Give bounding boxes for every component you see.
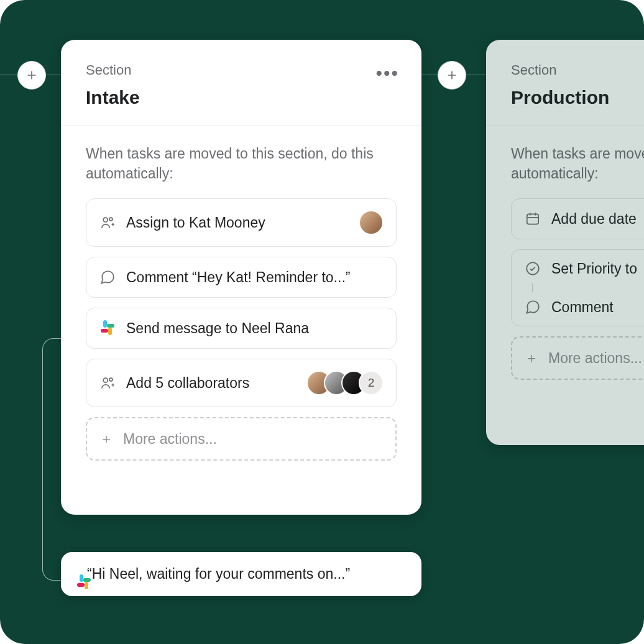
rule-label: Assign to Kat Mooney	[126, 214, 349, 231]
more-actions-button[interactable]: ＋ More actions...	[511, 336, 644, 380]
card-body: When tasks are moved to this section, do…	[486, 126, 644, 411]
more-actions-button[interactable]: ＋ More actions...	[86, 417, 397, 461]
section-title: Production	[511, 87, 644, 108]
people-add-icon	[99, 214, 116, 231]
message-text: “Hi Neel, waiting for your comments on..…	[87, 566, 350, 582]
card-overflow-menu[interactable]: •••	[375, 70, 399, 77]
svg-point-1	[109, 218, 113, 221]
rule-add-due-date[interactable]: Add due date	[511, 198, 644, 239]
people-add-icon	[99, 374, 116, 392]
add-section-button-left[interactable]	[17, 61, 46, 90]
add-section-button-right[interactable]	[438, 61, 466, 90]
rule-label: Add 5 collaborators	[126, 375, 297, 392]
section-label: Section	[86, 62, 397, 78]
more-actions-label: More actions...	[123, 431, 383, 448]
avatar-overflow-count: 2	[359, 370, 384, 395]
section-title: Intake	[86, 87, 397, 108]
card-header: Section Intake •••	[61, 40, 421, 126]
avatar	[359, 210, 384, 235]
rule-comment[interactable]: Comment “Hey Kat! Reminder to...”	[86, 257, 397, 298]
section-card-intake: Section Intake ••• When tasks are moved …	[61, 40, 421, 515]
svg-point-0	[103, 218, 108, 223]
slack-icon	[99, 320, 116, 337]
plus-icon: ＋	[99, 430, 113, 448]
more-actions-label: More actions...	[548, 350, 644, 367]
rule-label: Set Priority to	[551, 260, 644, 277]
rule-label: Add due date	[551, 211, 644, 228]
avatar-stack: 2	[306, 370, 384, 395]
rule-connector	[532, 283, 533, 292]
rule-add-collaborators[interactable]: Add 5 collaborators 2	[86, 359, 397, 407]
card-body: When tasks are moved to this section, do…	[61, 126, 421, 492]
workflow-canvas: Section Intake ••• When tasks are moved …	[0, 0, 644, 644]
plus-icon	[446, 69, 458, 81]
slack-message-preview[interactable]: “Hi Neel, waiting for your comments on..…	[61, 552, 421, 596]
automation-prompt: When tasks are moved to this section, do…	[511, 144, 644, 183]
calendar-icon	[524, 210, 541, 228]
comment-icon	[524, 298, 541, 316]
check-circle-icon	[524, 260, 541, 277]
section-card-production: Section Production When tasks are moved …	[486, 40, 644, 445]
svg-point-5	[527, 263, 539, 275]
card-header: Section Production	[486, 40, 644, 126]
plus-icon: ＋	[525, 349, 538, 367]
section-label: Section	[511, 62, 644, 78]
comment-icon	[99, 269, 116, 286]
rule-slack-message[interactable]: Send message to Neel Rana	[86, 308, 397, 349]
svg-point-2	[103, 379, 108, 383]
rule-set-priority-comment[interactable]: Set Priority to Comment	[511, 249, 644, 326]
rule-label: Send message to Neel Rana	[126, 320, 384, 337]
automation-prompt: When tasks are moved to this section, do…	[86, 144, 397, 183]
rule-label: Comment “Hey Kat! Reminder to...”	[126, 269, 384, 286]
rule-assign[interactable]: Assign to Kat Mooney	[86, 198, 397, 247]
svg-point-3	[109, 378, 113, 381]
rule-label: Comment	[551, 299, 644, 316]
svg-rect-4	[527, 214, 538, 224]
plus-icon	[25, 69, 38, 81]
